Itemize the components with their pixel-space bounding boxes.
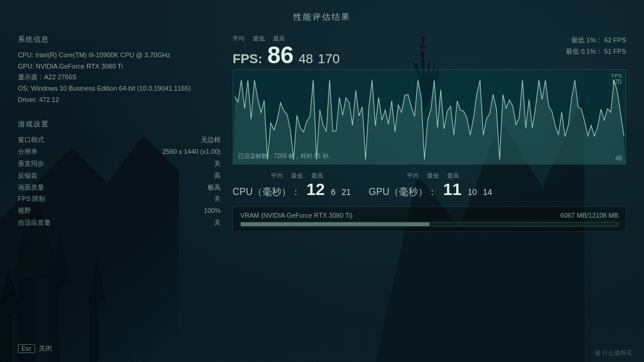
fps-header: 平均 最低 最高 FPS: 86 48 170 <box>233 35 626 67</box>
system-section-title: 系统信息 <box>18 35 221 45</box>
fps-col-headers: 平均 最低 最高 FPS: 86 48 170 <box>233 35 340 67</box>
settings-table: 窗口模式无边框分辨率2560 x 1440 (x1.00)垂直同步关反锯齿高画面… <box>18 134 221 228</box>
fps-avg-label: 平均 <box>233 35 244 43</box>
setting-label: 窗口模式 <box>18 134 44 146</box>
esc-key: Esc <box>18 344 35 353</box>
close-label[interactable]: 关闭 <box>39 344 52 353</box>
setting-label: 自适应质量 <box>18 217 51 229</box>
left-panel: 系统信息 CPU: Intel(R) Core(TM) i9-10900K CP… <box>18 35 221 337</box>
gpu-col-headers: 平均 最低 最高 <box>369 172 492 180</box>
setting-row: 垂直同步关 <box>18 158 221 170</box>
fps-main: 平均 最低 最高 FPS: 86 48 170 <box>233 35 340 67</box>
setting-row: 分辨率2560 x 1440 (x1.00) <box>18 146 221 158</box>
setting-row: 反锯齿高 <box>18 170 221 182</box>
chart-top-value: 170 <box>611 79 621 85</box>
system-info-section: 系统信息 CPU: Intel(R) Core(TM) i9-10900K CP… <box>18 35 221 105</box>
page-title: 性能评估结果 <box>18 12 626 23</box>
setting-value: 关 <box>214 158 221 170</box>
main-layout: 系统信息 CPU: Intel(R) Core(TM) i9-10900K CP… <box>18 35 626 337</box>
setting-row: 自适应质量关 <box>18 217 221 229</box>
chart-bottom-value: 48 <box>615 155 622 162</box>
fps-pct01-label: 最低 0.1%： <box>566 48 602 55</box>
cpu-col-headers: 平均 最低 最高 <box>233 172 351 180</box>
setting-row: 视野100% <box>18 205 221 217</box>
bottom-bar: Esc 关闭 <box>18 344 52 353</box>
setting-label: 分辨率 <box>18 146 38 158</box>
setting-label: FPS 限制 <box>18 193 45 205</box>
cpu-metrics: CPU（毫秒）： 12 6 21 <box>233 180 351 199</box>
fps-pct01-value: 51 FPS <box>604 48 626 55</box>
vram-bar-fill <box>241 222 429 226</box>
game-settings-section: 游戏设置 窗口模式无边框分辨率2560 x 1440 (x1.00)垂直同步关反… <box>18 119 221 228</box>
cpu-info: CPU: Intel(R) Core(TM) i9-10900K CPU @ 3… <box>18 49 221 61</box>
setting-value: 高 <box>214 170 221 182</box>
setting-row: 画面质量极高 <box>18 182 221 194</box>
vram-section: VRAM (NVIDIA GeForce RTX 3080 Ti) 6067 M… <box>233 206 626 232</box>
gpu-avg-header: 平均 <box>407 172 419 180</box>
cpu-max-header: 最高 <box>311 172 323 180</box>
setting-label: 垂直同步 <box>18 158 44 170</box>
vram-label: VRAM (NVIDIA GeForce RTX 3080 Ti) <box>240 212 352 219</box>
vram-bar-background <box>240 222 618 227</box>
gpu-label: GPU（毫秒）： <box>369 186 437 199</box>
vram-header: VRAM (NVIDIA GeForce RTX 3080 Ti) 6067 M… <box>240 212 618 219</box>
os-info: OS: Windows 10 Business Edition 64-bit (… <box>18 83 221 94</box>
cpu-min-value: 6 <box>331 187 336 197</box>
cpu-avg-value: 12 <box>306 180 325 199</box>
monitor-info: 显示器：A22 2766S <box>18 72 221 83</box>
cpu-avg-header: 平均 <box>271 172 283 180</box>
setting-label: 画面质量 <box>18 182 44 194</box>
gpu-info: GPU: NVIDIA GeForce RTX 3080 Ti <box>18 61 221 72</box>
chart-fps-text: FPS <box>611 73 622 79</box>
cpu-label: CPU（毫秒）： <box>233 186 301 199</box>
setting-label: 反锯齿 <box>18 170 38 182</box>
setting-value: 极高 <box>208 182 221 194</box>
cpu-min-header: 最低 <box>291 172 303 180</box>
setting-value: 2560 x 1440 (x1.00) <box>162 146 221 158</box>
driver-info: Driver: 472.12 <box>18 94 221 106</box>
chart-rendered-info: 已渲染帧数：7266 帧，耗时 85 秒。 <box>238 152 335 160</box>
fps-pct1-label: 最低 1%： <box>571 36 602 44</box>
gpu-min-value: 10 <box>467 187 477 197</box>
fps-pct1-value: 62 FPS <box>604 36 626 44</box>
chart-fps-label: FPS 170 <box>611 72 622 85</box>
cpu-max-value: 21 <box>342 187 351 197</box>
watermark: 值 什么值得买 <box>595 349 632 357</box>
setting-row: 窗口模式无边框 <box>18 134 221 146</box>
gpu-max-value: 14 <box>483 187 493 197</box>
setting-value: 关 <box>214 193 221 205</box>
cpu-gpu-section: 平均 最低 最高 CPU（毫秒）： 12 6 21 平均 <box>233 172 626 199</box>
fps-avg-value: 86 <box>267 43 294 67</box>
right-panel: 平均 最低 最高 FPS: 86 48 170 <box>233 35 626 337</box>
setting-label: 视野 <box>18 205 31 217</box>
setting-value: 无边框 <box>201 134 221 146</box>
fps-percentiles: 最低 1%： 62 FPS 最低 0.1%： 51 FPS <box>566 35 626 57</box>
vram-value: 6067 MB/12108 MB <box>561 212 618 219</box>
setting-value: 关 <box>214 217 221 229</box>
gpu-max-header: 最高 <box>447 172 459 180</box>
fps-chart <box>233 70 626 164</box>
fps-label: FPS: <box>233 51 262 67</box>
fps-percentile-01: 最低 0.1%： 51 FPS <box>566 46 626 57</box>
fps-min-value: 48 <box>299 51 313 67</box>
game-section-title: 游戏设置 <box>18 119 221 129</box>
gpu-block: 平均 最低 最高 GPU（毫秒）： 11 10 14 <box>369 172 492 199</box>
fps-max-value: 170 <box>318 51 340 67</box>
setting-row: FPS 限制关 <box>18 193 221 205</box>
fps-chart-container: FPS 170 48 已渲染帧数：7266 帧，耗时 85 秒。 <box>233 69 626 165</box>
gpu-min-header: 最低 <box>427 172 439 180</box>
fps-percentile-1: 最低 1%： 62 FPS <box>566 35 626 46</box>
cpu-block: 平均 最低 最高 CPU（毫秒）： 12 6 21 <box>233 172 351 199</box>
fps-section: 平均 最低 最高 FPS: 86 48 170 <box>233 35 626 165</box>
gpu-metrics: GPU（毫秒）： 11 10 14 <box>369 180 492 199</box>
gpu-avg-value: 11 <box>443 180 462 199</box>
fps-min-label: 最低 <box>253 35 265 43</box>
main-content: 性能评估结果 系统信息 CPU: Intel(R) Core(TM) i9-10… <box>0 0 644 362</box>
setting-value: 100% <box>204 205 221 217</box>
